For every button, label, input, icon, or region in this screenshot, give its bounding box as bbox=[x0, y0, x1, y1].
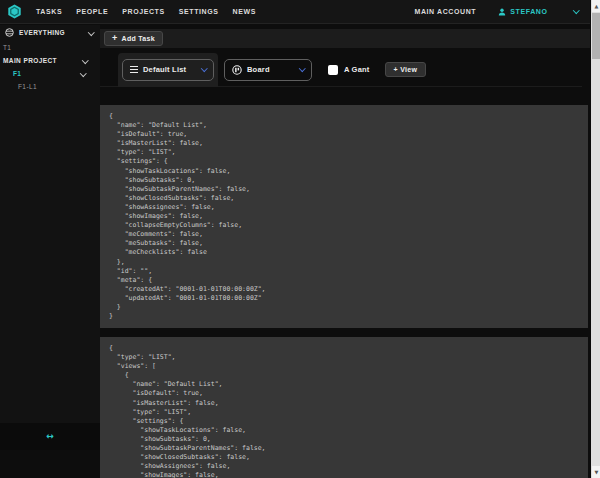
username-label: STEFANO bbox=[510, 8, 547, 15]
board-icon bbox=[232, 65, 242, 75]
nav-item-tasks[interactable]: TASKS bbox=[36, 8, 62, 15]
list-icon bbox=[130, 66, 138, 73]
user-menu-chevron-down-icon[interactable] bbox=[573, 7, 579, 13]
user-icon bbox=[498, 8, 506, 16]
nav-item-people[interactable]: PEOPLE bbox=[76, 8, 108, 15]
plus-icon: + bbox=[112, 34, 118, 43]
scroll-up-arrow-icon[interactable]: ▲ bbox=[592, 0, 600, 12]
sidebar-item-t1[interactable]: T1 bbox=[3, 44, 11, 51]
nav-item-settings[interactable]: SETTINGS bbox=[179, 8, 219, 15]
gantt-checkbox[interactable] bbox=[328, 65, 338, 75]
json-code-block-2: { "type": "LIST", "views": [ { "name": "… bbox=[100, 337, 588, 478]
main-account-label: MAIN ACCOUNT bbox=[414, 8, 476, 15]
add-view-button[interactable]: + View bbox=[385, 62, 427, 77]
app-window: TASKS PEOPLE PROJECTS SETTINGS NEWS MAIN… bbox=[0, 0, 600, 478]
gantt-checkbox-label: A Gant bbox=[344, 65, 370, 74]
sidebar-item-f1-l1[interactable]: F1-L1 bbox=[18, 83, 37, 90]
user-menu[interactable]: STEFANO bbox=[498, 8, 547, 16]
f1-l1-label: F1-L1 bbox=[18, 83, 37, 90]
nav-item-news[interactable]: NEWS bbox=[233, 8, 256, 15]
add-task-label: Add Task bbox=[122, 35, 155, 42]
mode-select-dropdown[interactable]: Board bbox=[224, 59, 312, 81]
view-select-chevron-down-icon bbox=[201, 65, 207, 71]
globe-icon bbox=[5, 28, 14, 37]
vertical-scrollbar[interactable]: ▲ ▼ bbox=[590, 0, 600, 478]
view-select-value: Default List bbox=[143, 65, 186, 74]
sidebar-footer: ↔ bbox=[0, 423, 100, 450]
view-select-dropdown[interactable]: Default List bbox=[122, 59, 214, 81]
add-task-bar: + Add Task bbox=[100, 29, 590, 48]
active-view-tab: Default List bbox=[118, 53, 218, 87]
everything-chevron-down-icon bbox=[88, 29, 94, 35]
sidebar-item-everything[interactable]: EVERYTHING bbox=[5, 28, 93, 37]
add-task-button[interactable]: + Add Task bbox=[104, 31, 163, 46]
main-project-label: MAIN PROJECT bbox=[3, 57, 57, 64]
nav-item-projects[interactable]: PROJECTS bbox=[122, 8, 165, 15]
scroll-down-arrow-icon[interactable]: ▼ bbox=[592, 466, 600, 478]
nav-left: TASKS PEOPLE PROJECTS SETTINGS NEWS bbox=[7, 4, 256, 19]
nav-right: MAIN ACCOUNT STEFANO bbox=[414, 8, 578, 16]
sidebar-resize-handle-icon[interactable]: ↔ bbox=[46, 432, 54, 441]
sidebar: EVERYTHING T1 MAIN PROJECT F1 F1-L1 ↔ bbox=[0, 25, 100, 450]
sidebar-item-f1[interactable]: F1 bbox=[13, 70, 85, 77]
t1-label: T1 bbox=[3, 44, 11, 51]
main-project-chevron-down-icon bbox=[82, 57, 88, 63]
app-logo-icon[interactable] bbox=[7, 4, 22, 19]
scrollbar-thumb[interactable] bbox=[592, 13, 600, 59]
main-content: + Add Task Default List Board bbox=[100, 24, 590, 478]
top-navbar: TASKS PEOPLE PROJECTS SETTINGS NEWS MAIN… bbox=[0, 0, 590, 24]
sidebar-item-main-project[interactable]: MAIN PROJECT bbox=[3, 57, 87, 64]
mode-select-chevron-down-icon bbox=[299, 65, 305, 71]
f1-chevron-down-icon bbox=[80, 70, 86, 76]
view-toolbar: Default List Board A Gant + View bbox=[100, 53, 582, 87]
json-code-block-1: { "name": "Default List", "isDefault": t… bbox=[100, 105, 588, 328]
f1-label: F1 bbox=[13, 70, 21, 77]
everything-label: EVERYTHING bbox=[19, 29, 65, 36]
mode-select-value: Board bbox=[247, 65, 270, 74]
